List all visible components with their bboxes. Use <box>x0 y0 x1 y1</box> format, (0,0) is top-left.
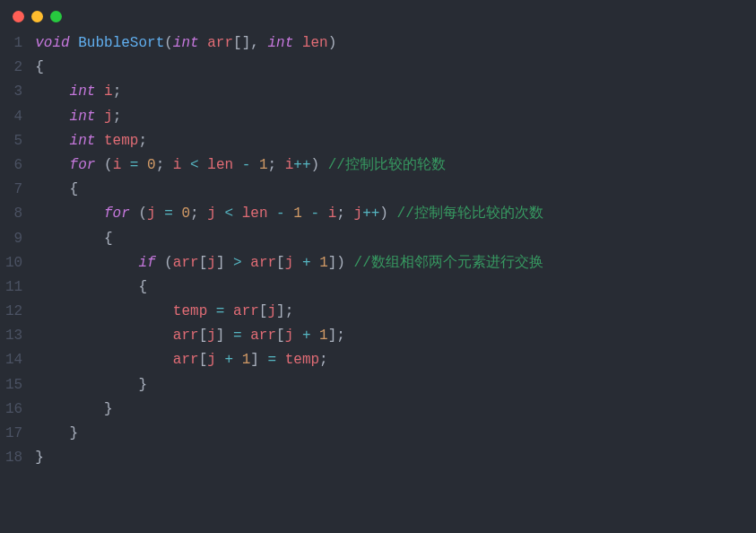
window-controls <box>0 0 756 28</box>
code-line[interactable]: } <box>35 398 756 422</box>
close-icon[interactable] <box>13 11 24 22</box>
line-number: 9 <box>5 227 22 251</box>
line-number: 7 <box>5 178 22 202</box>
line-number: 5 <box>5 129 22 153</box>
code-line[interactable]: { <box>35 227 756 251</box>
code-line[interactable]: int i; <box>35 80 756 104</box>
line-number: 8 <box>5 202 22 226</box>
code-line[interactable]: int j; <box>35 105 756 129</box>
line-number: 11 <box>5 275 22 300</box>
code-line[interactable]: } <box>35 373 756 398</box>
line-number: 2 <box>5 56 22 80</box>
code-line[interactable]: for (i = 0; i < len - 1; i++) //控制比较的轮数 <box>35 153 756 178</box>
line-number: 16 <box>5 398 22 422</box>
line-number: 13 <box>5 324 22 348</box>
code-line[interactable]: int temp; <box>35 129 756 153</box>
line-number: 6 <box>5 153 22 178</box>
line-number: 17 <box>5 422 22 446</box>
code-area[interactable]: void BubbleSort(int arr[], int len){ int… <box>35 31 756 470</box>
line-number: 15 <box>5 373 22 398</box>
line-number: 12 <box>5 300 22 324</box>
line-number-gutter: 123456789101112131415161718 <box>0 31 35 470</box>
line-number: 18 <box>5 446 22 470</box>
code-line[interactable]: if (arr[j] > arr[j + 1]) //数组相邻两个元素进行交换 <box>35 251 756 275</box>
line-number: 1 <box>5 31 22 56</box>
code-line[interactable]: for (j = 0; j < len - 1 - i; j++) //控制每轮… <box>35 202 756 226</box>
code-line[interactable]: } <box>35 446 756 470</box>
code-line[interactable]: void BubbleSort(int arr[], int len) <box>35 31 756 56</box>
code-line[interactable]: { <box>35 56 756 80</box>
minimize-icon[interactable] <box>31 11 43 22</box>
line-number: 4 <box>5 105 22 129</box>
line-number: 3 <box>5 80 22 104</box>
code-editor[interactable]: 123456789101112131415161718 void BubbleS… <box>0 28 756 470</box>
code-line[interactable]: { <box>35 275 756 300</box>
line-number: 10 <box>5 251 22 275</box>
code-line[interactable]: temp = arr[j]; <box>35 300 756 324</box>
code-line[interactable]: arr[j] = arr[j + 1]; <box>35 324 756 348</box>
code-line[interactable]: arr[j + 1] = temp; <box>35 348 756 372</box>
line-number: 14 <box>5 348 22 372</box>
code-line[interactable]: { <box>35 178 756 202</box>
zoom-icon[interactable] <box>50 11 62 22</box>
code-line[interactable]: } <box>35 422 756 446</box>
